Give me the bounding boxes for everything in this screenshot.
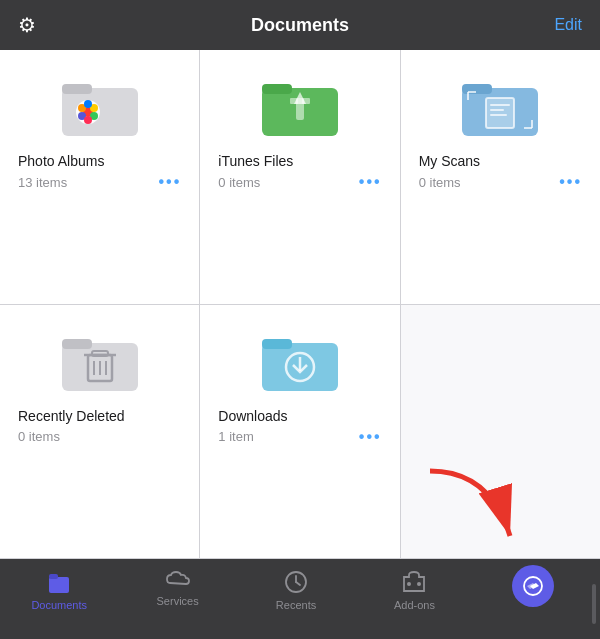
folder-icon-wrapper <box>218 325 381 395</box>
edit-button[interactable]: Edit <box>554 16 582 34</box>
tab-bar-divider <box>592 584 596 624</box>
photo-albums-label: Photo Albums <box>18 152 104 170</box>
svg-rect-35 <box>262 339 292 349</box>
svg-rect-21 <box>490 114 507 116</box>
tab-services[interactable]: Services <box>118 569 236 607</box>
svg-rect-18 <box>486 98 514 128</box>
recents-tab-icon <box>283 569 309 595</box>
tab-bar: Documents Services Recents Add-ons <box>0 559 600 639</box>
svg-rect-17 <box>462 84 492 94</box>
tab-browser[interactable] <box>474 569 592 607</box>
svg-rect-1 <box>62 84 92 94</box>
svg-rect-39 <box>49 577 69 593</box>
photo-albums-folder-icon <box>60 70 140 140</box>
folder-grid: Photo Albums 13 items ••• iTunes Files 0… <box>0 50 600 559</box>
photo-albums-more[interactable]: ••• <box>159 174 182 190</box>
photo-albums-count: 13 items <box>18 175 67 190</box>
downloads-more[interactable]: ••• <box>359 429 382 445</box>
recently-deleted-label: Recently Deleted <box>18 407 125 425</box>
tab-documents[interactable]: Documents <box>0 569 118 611</box>
svg-rect-20 <box>490 109 504 111</box>
folder-icon-wrapper <box>218 70 381 140</box>
browser-tab-circle <box>512 565 554 607</box>
folder-itunes-files[interactable]: iTunes Files 0 items ••• <box>200 50 399 304</box>
itunes-files-count: 0 items <box>218 175 260 190</box>
recently-deleted-folder-icon <box>60 325 140 395</box>
folder-recently-deleted[interactable]: Recently Deleted 0 items <box>0 305 199 559</box>
my-scans-more[interactable]: ••• <box>559 174 582 190</box>
addons-tab-icon <box>401 569 427 595</box>
tab-addons-label: Add-ons <box>394 599 435 611</box>
itunes-files-folder-icon <box>260 70 340 140</box>
folder-photo-albums[interactable]: Photo Albums 13 items ••• <box>0 50 199 304</box>
svg-rect-11 <box>262 84 292 94</box>
compass-icon <box>522 575 544 597</box>
services-tab-icon <box>165 569 191 591</box>
gear-icon[interactable]: ⚙ <box>18 13 36 37</box>
my-scans-count: 0 items <box>419 175 461 190</box>
svg-point-45 <box>417 582 421 586</box>
svg-point-44 <box>407 582 411 586</box>
downloads-count-row: 1 item ••• <box>218 429 381 445</box>
my-scans-count-row: 0 items ••• <box>419 174 582 190</box>
itunes-files-more[interactable]: ••• <box>359 174 382 190</box>
svg-rect-40 <box>49 574 58 579</box>
svg-point-8 <box>84 116 92 124</box>
tab-addons[interactable]: Add-ons <box>355 569 473 611</box>
folder-icon-wrapper <box>18 70 181 140</box>
recently-deleted-count: 0 items <box>18 429 60 444</box>
downloads-label: Downloads <box>218 407 287 425</box>
folder-my-scans[interactable]: My Scans 0 items ••• <box>401 50 600 304</box>
recently-deleted-count-row: 0 items <box>18 429 181 444</box>
folder-downloads[interactable]: Downloads 1 item ••• <box>200 305 399 559</box>
photo-albums-count-row: 13 items ••• <box>18 174 181 190</box>
my-scans-label: My Scans <box>419 152 480 170</box>
empty-cell <box>401 305 600 559</box>
downloads-count: 1 item <box>218 429 253 444</box>
tab-services-label: Services <box>157 595 199 607</box>
svg-rect-19 <box>490 104 510 106</box>
tab-documents-label: Documents <box>31 599 87 611</box>
itunes-files-count-row: 0 items ••• <box>218 174 381 190</box>
downloads-folder-icon <box>260 325 340 395</box>
folder-icon-wrapper <box>18 325 181 395</box>
folder-icon-wrapper <box>419 70 582 140</box>
svg-rect-27 <box>62 339 92 349</box>
svg-point-9 <box>84 100 92 108</box>
tab-recents[interactable]: Recents <box>237 569 355 611</box>
svg-line-43 <box>296 582 300 585</box>
page-title: Documents <box>251 15 349 36</box>
header: ⚙ Documents Edit <box>0 0 600 50</box>
documents-tab-icon <box>46 569 72 595</box>
tab-recents-label: Recents <box>276 599 316 611</box>
my-scans-folder-icon <box>460 70 540 140</box>
itunes-files-label: iTunes Files <box>218 152 293 170</box>
